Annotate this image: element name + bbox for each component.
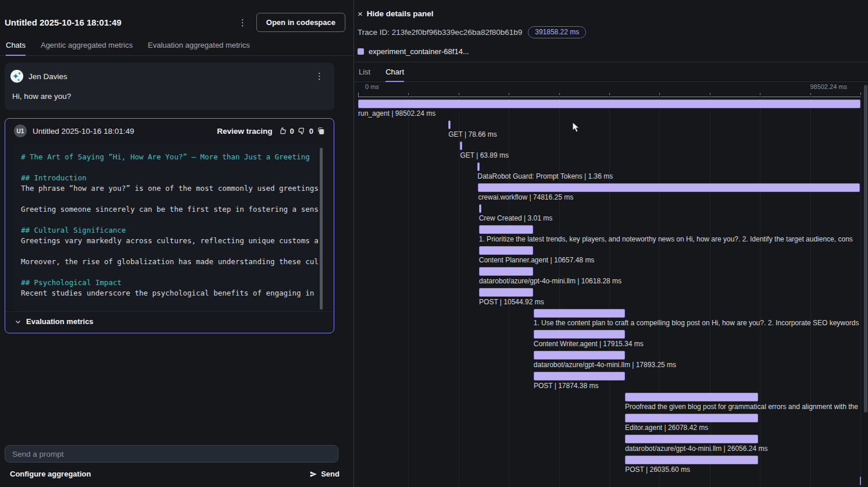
trace-duration-badge: 391858.22 ms (528, 26, 586, 38)
markdown-line: ## Psychological Impact (21, 278, 318, 288)
markdown-line (21, 215, 318, 225)
markdown-line: Moreover, the rise of globalization has … (21, 257, 318, 267)
trace-span-label: 1. Prioritize the latest trends, key pla… (479, 235, 853, 243)
chat-area: ✦ ✦ ✦ Jen Davies ⋮ Hi, how are you? U1 U… (0, 56, 353, 439)
trace-span-bar[interactable] (479, 267, 533, 276)
chart-plot: run_agent | 98502.24 msGET | 78.66 msGET… (358, 99, 860, 487)
configure-aggregation-button[interactable]: Configure aggregation (10, 470, 91, 478)
header-actions: ⋮ Open in codespace (234, 13, 345, 32)
trace-span-row (358, 477, 860, 487)
trace-span-bar[interactable] (478, 183, 859, 192)
trace-span-label: run_agent | 98502.24 ms (358, 109, 435, 118)
chat-tab-chats[interactable]: Chats (6, 41, 26, 56)
trace-span-label: POST | 10544.92 ms (479, 298, 544, 306)
markdown-line (21, 267, 318, 278)
legend-color-swatch (358, 48, 364, 55)
user-message-header: ✦ ✦ ✦ Jen Davies ⋮ (10, 70, 328, 83)
markdown-line: ## Introduction (21, 173, 318, 183)
trace-span-bar[interactable] (534, 330, 625, 339)
page-title: Untitled 2025-10-16 18:01:49 (5, 17, 122, 27)
markdown-line: Greetings vary markedly across cultures,… (21, 236, 318, 246)
trace-legend-row: experiment_container-68f14... (358, 47, 868, 56)
gridline (860, 95, 861, 487)
markdown-line: Recent studies underscore the psychologi… (21, 288, 318, 298)
thumbs-down-icon[interactable] (298, 127, 306, 135)
chat-panel-header: Untitled 2025-10-16 18:01:49 ⋮ Open in c… (0, 0, 353, 32)
markdown-line: Greeting someone sincerely can be the fi… (21, 204, 318, 215)
trace-span-bar[interactable] (479, 288, 533, 297)
thumbs-up-icon[interactable] (278, 127, 287, 135)
trace-span-label: crewai.workflow | 74816.25 ms (478, 193, 573, 201)
markdown-line: # The Art of Saying “Hi, How Are You?” —… (21, 152, 318, 162)
trace-span-row: datarobot/azure/gpt-4o-mini.llm | 10618.… (358, 267, 860, 288)
axis-end-label: 98502.24 ms (810, 83, 847, 90)
message-more-options-icon[interactable]: ⋮ (310, 70, 328, 83)
trace-span-bar[interactable] (479, 225, 534, 234)
evaluation-metrics-toggle[interactable]: Evaluation metrics (5, 311, 334, 333)
user-avatar: ✦ ✦ ✦ (10, 70, 23, 83)
prompt-input[interactable] (5, 445, 338, 463)
markdown-scrollbar[interactable] (320, 148, 323, 310)
trace-view-tab-list[interactable]: List (359, 67, 370, 82)
trace-span-bar[interactable] (860, 477, 861, 485)
trace-span-bar[interactable] (448, 120, 451, 129)
legend-label: experiment_container-68f14... (369, 47, 469, 56)
markdown-line (21, 162, 318, 173)
trace-span-label: Crew Created | 3.01 ms (479, 214, 553, 222)
trace-span-bar[interactable] (534, 372, 625, 381)
trace-span-bar[interactable] (625, 435, 758, 443)
hide-details-panel-button[interactable]: × Hide details panel (358, 9, 868, 18)
trace-span-row: 1. Prioritize the latest trends, key pla… (358, 225, 860, 246)
divider (354, 62, 868, 62)
trace-span-bar[interactable] (534, 309, 625, 318)
trace-span-row: POST | 26035.60 ms (358, 456, 860, 477)
trace-view-tab-chart[interactable]: Chart (385, 67, 404, 82)
open-in-codespace-button[interactable]: Open in codespace (256, 13, 345, 32)
trace-span-bar[interactable] (625, 393, 758, 401)
trace-span-label: DataRobot Guard: Prompt Tokens | 1.36 ms (477, 172, 613, 180)
close-icon: × (358, 10, 363, 17)
trace-span-bar[interactable] (625, 414, 758, 422)
trace-span-bar[interactable] (477, 162, 480, 171)
trace-span-label: Content Planner.agent | 10657.48 ms (479, 256, 595, 264)
chat-tab-evaluation-aggregated-metrics[interactable]: Evaluation aggregated metrics (148, 41, 250, 56)
copy-icon[interactable] (317, 127, 325, 135)
trace-details-panel: × Hide details panel Trace ID: 213fe2f0b… (354, 0, 868, 487)
trace-span-label: GET | 63.89 ms (460, 151, 509, 159)
trace-span-row: GET | 78.66 ms (358, 120, 860, 141)
trace-span-label: GET | 78.66 ms (448, 130, 497, 138)
axis-tick (358, 93, 359, 97)
review-tracing-link[interactable]: Review tracing (217, 127, 272, 136)
sparkle-icon: ✦ (17, 74, 20, 83)
trace-span-bar[interactable] (460, 141, 462, 150)
chat-tab-agentic-aggregated-metrics[interactable]: Agentic aggregated metrics (41, 41, 133, 56)
trace-span-row: POST | 10544.92 ms (358, 288, 860, 309)
trace-span-bar[interactable] (534, 351, 625, 360)
trace-span-label: datarobot/azure/gpt-4o-mini.llm | 26056.… (625, 445, 767, 453)
trace-span-row: Editor.agent | 26078.42 ms (358, 414, 860, 435)
send-button[interactable]: Send (306, 469, 343, 479)
trace-span-label: POST | 17874.38 ms (534, 382, 599, 390)
more-options-icon[interactable]: ⋮ (234, 16, 252, 29)
trace-span-row: POST | 17874.38 ms (358, 372, 860, 393)
trace-span-bar[interactable] (479, 246, 533, 255)
trace-span-bar[interactable] (358, 99, 860, 108)
trace-span-bar[interactable] (625, 456, 758, 464)
response-actions: Review tracing 0 0 (217, 127, 325, 136)
user-name: Jen Davies (28, 72, 67, 81)
trace-span-bar[interactable] (479, 204, 481, 213)
trace-span-row: Content Planner.agent | 10657.48 ms (358, 246, 860, 267)
trace-id-row: Trace ID: 213fe2f0bf96b339ec26ba82f80b61… (358, 26, 868, 38)
trace-span-row: 1. Use the content plan to craft a compe… (358, 309, 860, 330)
markdown-line (21, 246, 318, 257)
send-icon (309, 470, 317, 478)
trace-span-label: Content Writer.agent | 17915.34 ms (534, 340, 644, 348)
chat-panel: Untitled 2025-10-16 18:01:49 ⋮ Open in c… (0, 0, 354, 487)
trace-span-row: DataRobot Guard: Prompt Tokens | 1.36 ms (358, 162, 860, 183)
chart-scrollbar-thumb[interactable] (864, 85, 867, 413)
response-card: U1 Untitled 2025-10-16 18:01:49 Review t… (5, 118, 334, 333)
trace-view-tabs: ListChart (354, 67, 868, 82)
chart-scrollbar (864, 85, 867, 485)
trace-span-label: 1. Use the content plan to craft a compe… (534, 319, 859, 327)
trace-span-row: Proofread the given blog post for gramma… (358, 393, 860, 414)
